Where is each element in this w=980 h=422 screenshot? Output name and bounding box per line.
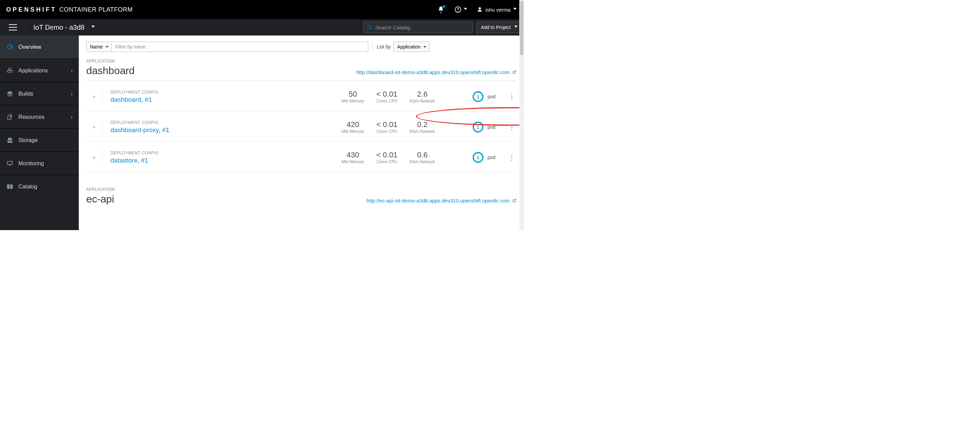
sidebar: Overview Applications › Builds › Resourc… — [0, 35, 79, 230]
secondbar: IoT Demo - a3d8 Add to Project — [0, 19, 524, 35]
help-menu[interactable] — [454, 6, 467, 13]
topbar: OPENSHIFT CONTAINER PLATFORM ishu verma — [0, 0, 524, 19]
chevron-right-icon: › — [93, 124, 95, 130]
memory-label: Mib Memory — [342, 99, 364, 104]
chevron-right-icon: › — [93, 94, 95, 100]
application-caption: APPLICATION — [86, 187, 517, 192]
cubes-icon — [6, 67, 14, 74]
add-to-project-label: Add to Project — [481, 25, 511, 30]
separator — [372, 43, 373, 50]
user-menu[interactable]: ishu verma — [477, 6, 517, 13]
help-icon — [454, 6, 462, 13]
application-header: dashboard http://dashboard-iot-demo-a3d8… — [86, 64, 517, 81]
deployment-caption: DEPLOYMENT CONFIG — [110, 150, 159, 155]
brand-strong: OPENSHIFT — [6, 6, 57, 13]
chevron-down-icon — [464, 8, 467, 11]
pod-count-ring: 1 — [473, 91, 484, 102]
filter-field-dropdown[interactable]: Name — [86, 42, 112, 52]
deployment-caption: DEPLOYMENT CONFIG — [110, 90, 159, 94]
deployment-name-link[interactable]: datastore — [110, 157, 137, 164]
search-input[interactable] — [375, 25, 469, 30]
search-catalog[interactable] — [363, 21, 473, 33]
brand-light: CONTAINER PLATFORM — [59, 6, 133, 13]
application-url: http://ec-api-iot-demo-a3d8.apps.dev310.… — [367, 198, 510, 203]
brand: OPENSHIFT CONTAINER PLATFORM — [6, 6, 133, 13]
monitor-icon — [6, 160, 14, 167]
layers-icon — [6, 90, 14, 98]
deployment-info: DEPLOYMENT CONFIG datastore, #1 — [110, 150, 159, 164]
cpu-value: < 0.01 — [377, 120, 398, 129]
memory-value: 50 — [342, 90, 364, 99]
pods-indicator[interactable]: 1 pod — [473, 91, 495, 102]
network-value: 0.2 — [410, 120, 435, 129]
metrics: 50Mib Memory < 0.01Cores CPU 2.6Kib/s Ne… — [342, 90, 435, 104]
row-actions[interactable]: ⋮ — [507, 124, 517, 130]
sidebar-item-storage[interactable]: Storage — [0, 128, 79, 152]
filters-bar: Name List by Application — [79, 35, 524, 57]
expand-toggle[interactable]: › — [86, 124, 102, 130]
network-label: Kib/s Network — [410, 99, 435, 104]
application-header: ec-api http://ec-api-iot-demo-a3d8.apps.… — [86, 192, 517, 209]
deployment-name-link[interactable]: dashboard — [110, 96, 141, 103]
notifications-button[interactable] — [437, 6, 445, 13]
application-block: APPLICATION ec-api http://ec-api-iot-dem… — [79, 172, 524, 209]
sidebar-item-label: Resources — [18, 114, 45, 120]
main: Name List by Application APPLICATION das… — [79, 35, 524, 230]
chevron-right-icon: › — [71, 91, 73, 97]
sidebar-item-applications[interactable]: Applications › — [0, 59, 79, 82]
deployment-build-link[interactable]: #1 — [162, 126, 169, 134]
network-label: Kib/s Network — [410, 129, 435, 134]
sidebar-item-resources[interactable]: Resources › — [0, 105, 79, 128]
sidebar-item-catalog[interactable]: Catalog — [0, 175, 79, 198]
cpu-value: < 0.01 — [377, 90, 398, 99]
application-block: APPLICATION dashboard http://dashboard-i… — [79, 57, 524, 172]
listby-label: List by — [377, 44, 393, 50]
top-actions: ishu verma — [437, 6, 517, 13]
deployment-row: › DEPLOYMENT CONFIG datastore, #1 430Mib… — [86, 142, 517, 172]
project-selector[interactable]: IoT Demo - a3d8 — [26, 24, 95, 31]
deployment-info: DEPLOYMENT CONFIG dashboard-proxy, #1 — [110, 120, 169, 134]
filter-field-label: Name — [87, 44, 111, 50]
divider — [102, 150, 102, 164]
sidebar-item-monitoring[interactable]: Monitoring — [0, 152, 79, 175]
application-route-link[interactable]: http://dashboard-iot-demo-a3d8.apps.dev3… — [356, 69, 517, 75]
filter-input[interactable] — [112, 42, 368, 52]
cpu-label: Cores CPU — [377, 160, 398, 164]
sidebar-item-overview[interactable]: Overview — [0, 35, 79, 59]
pods-indicator[interactable]: 1 pod — [473, 152, 495, 163]
pods-indicator[interactable]: 1 pod — [473, 121, 495, 133]
notification-dot-icon — [442, 5, 445, 8]
divider — [102, 90, 102, 104]
deployment-build-link[interactable]: #1 — [145, 96, 152, 103]
sidebar-item-label: Storage — [18, 137, 38, 144]
row-actions[interactable]: ⋮ — [507, 154, 517, 161]
search-icon — [367, 25, 372, 30]
deployment-build-link[interactable]: #1 — [141, 157, 148, 164]
hamburger-icon — [9, 24, 17, 30]
chevron-right-icon: › — [93, 154, 95, 160]
cpu-label: Cores CPU — [377, 129, 398, 134]
row-actions[interactable]: ⋮ — [507, 93, 517, 100]
sidebar-item-builds[interactable]: Builds › — [0, 82, 79, 105]
network-value: 0.6 — [410, 150, 435, 160]
expand-toggle[interactable]: › — [86, 94, 102, 100]
listby-value: Application — [394, 44, 430, 50]
network-value: 2.6 — [410, 90, 435, 99]
expand-toggle[interactable]: › — [86, 154, 102, 160]
application-url: http://dashboard-iot-demo-a3d8.apps.dev3… — [356, 69, 510, 75]
cpu-label: Cores CPU — [377, 99, 398, 104]
application-name: dashboard — [86, 65, 135, 77]
scrollbar[interactable] — [519, 0, 524, 230]
chevron-right-icon: › — [71, 114, 73, 120]
listby-dropdown[interactable]: Application — [393, 42, 430, 52]
add-to-project[interactable]: Add to Project — [476, 21, 522, 33]
chevron-down-icon — [513, 8, 517, 11]
deployment-row: › DEPLOYMENT CONFIG dashboard, #1 50Mib … — [86, 81, 517, 111]
nav-toggle[interactable] — [0, 19, 26, 35]
external-link-icon — [512, 198, 517, 203]
application-route-link[interactable]: http://ec-api-iot-demo-a3d8.apps.dev310.… — [367, 198, 517, 203]
deployment-name-link[interactable]: dashboard-proxy — [110, 126, 159, 134]
sidebar-item-label: Catalog — [18, 184, 37, 190]
chevron-right-icon: › — [71, 68, 73, 74]
sidebar-item-label: Monitoring — [18, 160, 44, 166]
